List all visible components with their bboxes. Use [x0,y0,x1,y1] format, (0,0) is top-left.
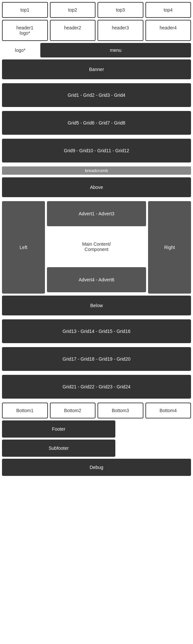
grid5-8: Grid5 - Grid6 - Grid7 - Grid8 [2,111,191,135]
above: Above [2,177,191,197]
header3[interactable]: header3 [97,20,143,41]
debug-row: Debug [0,457,193,478]
above-row: Above [0,176,193,199]
grid9-12: Grid9 - Grid10 - Grid11 - Grid12 [2,139,191,162]
footer-wrap: Footer [2,420,115,438]
footer: Footer [2,420,115,438]
top-row: top1 top2 top3 top4 [0,0,193,18]
menu-block[interactable]: menu [40,43,191,57]
right-block: Right [148,201,191,294]
below-row: Below [0,296,193,317]
grid-row-3: Grid9 - Grid10 - Grid11 - Grid12 [0,137,193,164]
grid21-24: Grid21 - Grid22 - Grid23 - Grid24 [2,375,191,399]
menu[interactable]: menu [40,43,191,57]
below: Below [2,296,191,315]
grid-row-2: Grid5 - Grid6 - Grid7 - Grid8 [0,109,193,137]
logo-menu-row: logo* menu [0,41,193,57]
header1[interactable]: header1 logo* [2,20,48,41]
grid1-4: Grid1 - Grid2 - Grid3 - Grid4 [2,83,191,107]
bottom1[interactable]: Bottom1 [2,403,48,418]
breadcrumb: breadcrumb [2,166,191,175]
bottom2[interactable]: Bottom2 [50,403,96,418]
header4[interactable]: header4 [145,20,191,41]
top1[interactable]: top1 [2,2,48,18]
subfooter: Subfooter [2,440,115,457]
advert-bottom: Advert4 - Advert6 [47,267,146,292]
breadcrumb-row: breadcrumb [0,164,193,176]
bottom-row: Bottom1 Bottom2 Bottom3 Bottom4 [0,401,193,418]
top2[interactable]: top2 [50,2,96,18]
top3[interactable]: top3 [97,2,143,18]
content-left-col: Left [2,201,45,294]
content-right-col: Right [148,201,191,294]
grid-row-4: Grid13 - Grid14 - Grid15 - Grid16 [0,317,193,345]
left-block: Left [2,201,45,294]
grid13-16: Grid13 - Grid14 - Grid15 - Grid16 [2,319,191,343]
grid-row-6: Grid21 - Grid22 - Grid23 - Grid24 [0,373,193,401]
main-content: Main Content/ Component [47,228,146,265]
top4[interactable]: top4 [145,2,191,18]
advert-top: Advert1 - Advert3 [47,201,146,226]
bottom3[interactable]: Bottom3 [97,403,143,418]
footer-section: Footer [0,418,193,438]
grid-row-5: Grid17 - Grid18 - Grid19 - Grid20 [0,345,193,373]
content-center-col: Advert1 - Advert3 Main Content/ Componen… [47,201,146,294]
header2[interactable]: header2 [50,20,96,41]
grid17-20: Grid17 - Grid18 - Grid19 - Grid20 [2,347,191,371]
bottom4[interactable]: Bottom4 [145,403,191,418]
debug: Debug [2,459,191,476]
grid-row-1: Grid1 - Grid2 - Grid3 - Grid4 [0,81,193,109]
banner[interactable]: Banner [2,59,191,79]
header-row: header1 logo* header2 header3 header4 [0,18,193,41]
subfooter-wrap: Subfooter [2,440,115,457]
content-section: Left Advert1 - Advert3 Main Content/ Com… [0,199,193,296]
banner-row: Banner [0,57,193,81]
subfooter-section: Subfooter [0,438,193,457]
logo: logo* [2,44,38,56]
